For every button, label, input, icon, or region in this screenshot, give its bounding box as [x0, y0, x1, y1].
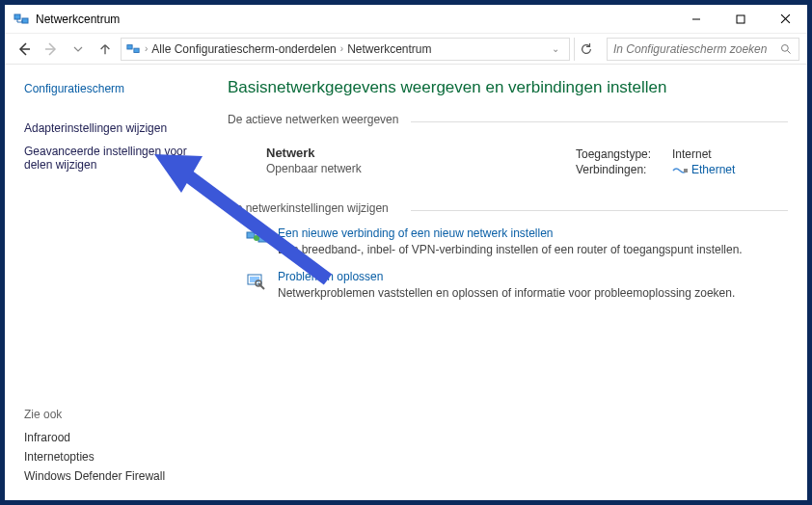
window-controls: [674, 5, 807, 33]
chevron-right-icon[interactable]: ›: [340, 43, 343, 54]
window-title: Netwerkcentrum: [36, 13, 120, 26]
ethernet-icon: [672, 165, 688, 174]
network-type: Openbaar netwerk: [266, 162, 576, 175]
see-also-list: Infrarood Internetopties Windows Defende…: [24, 425, 201, 489]
window-frame: Netwerkcentrum: [0, 0, 812, 505]
see-also-label: Zie ook: [24, 408, 201, 421]
sidebar-link-adapter-settings[interactable]: Adapterinstellingen wijzigen: [24, 121, 201, 135]
forward-button[interactable]: [40, 38, 63, 61]
recent-locations-button[interactable]: [67, 38, 90, 61]
svg-rect-3: [737, 15, 744, 23]
svg-rect-14: [258, 236, 266, 242]
sidebar: Configuratiescherm Adapterinstellingen w…: [5, 65, 212, 500]
access-type-value: Internet: [672, 147, 712, 161]
svg-rect-17: [250, 277, 259, 282]
connection-value: Ethernet: [691, 163, 735, 176]
up-button[interactable]: [94, 38, 117, 61]
breadcrumb-dropdown-button[interactable]: ⌄: [546, 43, 565, 54]
search-icon[interactable]: [779, 42, 793, 56]
breadcrumb-item[interactable]: Netwerkcentrum: [347, 42, 431, 56]
active-networks-label: De actieve netwerken weergeven: [228, 113, 788, 130]
task-new-connection: Een nieuwe verbinding of een nieuw netwe…: [245, 226, 788, 256]
sidebar-link-advanced-sharing[interactable]: Geavanceerde instellingen voor delen wij…: [24, 145, 201, 172]
breadcrumb-item[interactable]: Alle Configuratiescherm-onderdelen: [151, 42, 336, 56]
title-bar: Netwerkcentrum: [5, 5, 807, 34]
back-button[interactable]: [13, 38, 36, 61]
app-icon: [13, 11, 30, 28]
svg-point-10: [782, 44, 789, 51]
task-troubleshoot-desc: Netwerkproblemen vaststellen en oplossen…: [278, 286, 735, 300]
minimize-button[interactable]: [674, 5, 718, 33]
active-network-block: Netwerk Openbaar netwerk Toegangstype: I…: [228, 138, 788, 194]
svg-line-11: [788, 50, 791, 53]
task-troubleshoot-link[interactable]: Problemen oplossen: [278, 270, 735, 283]
change-settings-label: De netwerkinstellingen wijzigen: [228, 201, 788, 219]
ethernet-link[interactable]: Ethernet: [672, 163, 735, 176]
svg-rect-8: [127, 44, 132, 48]
breadcrumb-bar[interactable]: › Alle Configuratiescherm-onderdelen › N…: [121, 38, 570, 61]
svg-rect-12: [684, 169, 688, 173]
refresh-button[interactable]: [574, 38, 597, 61]
main-panel: Basisnetwerkgegevens weergeven en verbin…: [212, 65, 807, 500]
control-panel-icon: [125, 41, 141, 57]
sidebar-heading[interactable]: Configuratiescherm: [24, 82, 201, 95]
svg-rect-13: [247, 232, 255, 238]
see-also-link-infrared[interactable]: Infrarood: [24, 431, 201, 444]
connections-label: Verbindingen:: [576, 163, 672, 176]
nav-bar: › Alle Configuratiescherm-onderdelen › N…: [5, 34, 807, 65]
search-box[interactable]: [607, 38, 799, 61]
page-title: Basisnetwerkgegevens weergeven en verbin…: [228, 78, 788, 97]
maximize-button[interactable]: [718, 5, 763, 33]
new-connection-icon: [245, 226, 268, 250]
close-button[interactable]: [763, 5, 807, 33]
task-troubleshoot: Problemen oplossen Netwerkproblemen vast…: [245, 270, 788, 300]
network-name: Netwerk: [266, 146, 576, 160]
content-area: Configuratiescherm Adapterinstellingen w…: [5, 65, 807, 500]
access-type-label: Toegangstype:: [576, 147, 672, 161]
troubleshoot-icon: [245, 270, 268, 293]
see-also-link-firewall[interactable]: Windows Defender Firewall: [24, 469, 201, 483]
svg-point-15: [254, 235, 259, 241]
search-input[interactable]: [613, 42, 779, 56]
svg-rect-0: [14, 14, 20, 19]
svg-rect-9: [134, 48, 139, 52]
see-also-link-internet-options[interactable]: Internetopties: [24, 450, 201, 464]
chevron-right-icon[interactable]: ›: [145, 43, 148, 54]
task-new-connection-desc: Een breedband-, inbel- of VPN-verbinding…: [278, 243, 743, 256]
task-new-connection-link[interactable]: Een nieuwe verbinding of een nieuw netwe…: [278, 226, 743, 240]
svg-rect-1: [22, 18, 28, 23]
